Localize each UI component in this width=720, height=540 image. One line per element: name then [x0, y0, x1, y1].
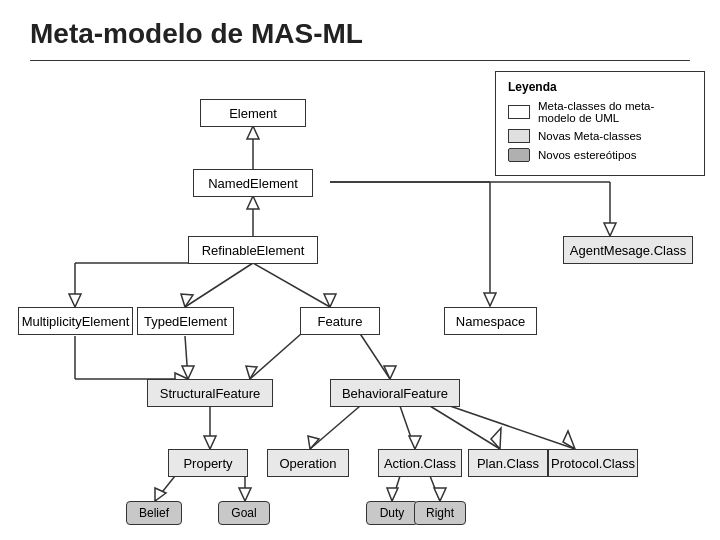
svg-marker-9 [604, 223, 616, 236]
svg-line-40 [450, 406, 575, 449]
svg-line-38 [430, 406, 500, 449]
node-protocol-class: Protocol.Class [548, 449, 638, 477]
node-element: Element [200, 99, 306, 127]
node-multiplicity-element-label: MultiplicityElement [22, 314, 130, 329]
node-refinable-element-label: RefinableElement [202, 243, 305, 258]
node-typed-element-label: TypedElement [144, 314, 227, 329]
svg-line-34 [310, 406, 360, 449]
node-goal: Goal [218, 501, 270, 525]
node-namespace-label: Namespace [456, 314, 525, 329]
node-belief: Belief [126, 501, 182, 525]
svg-marker-3 [247, 196, 259, 209]
node-agent-mesage-class-label: AgentMesage.Class [570, 243, 686, 258]
node-operation: Operation [267, 449, 349, 477]
svg-marker-14 [181, 294, 193, 307]
svg-line-13 [185, 263, 253, 307]
node-structural-feature: StructuralFeature [147, 379, 273, 407]
svg-marker-23 [246, 366, 257, 379]
svg-marker-33 [239, 488, 251, 501]
node-duty: Duty [366, 501, 418, 525]
node-property: Property [168, 449, 248, 477]
svg-marker-45 [434, 488, 446, 501]
node-behavioral-feature: BehavioralFeature [330, 379, 460, 407]
node-named-element: NamedElement [193, 169, 313, 197]
node-agent-mesage-class: AgentMesage.Class [563, 236, 693, 264]
svg-marker-27 [204, 436, 216, 449]
node-belief-label: Belief [139, 506, 169, 520]
diagram-area: Leyenda Meta-classes do meta-modelo de U… [0, 61, 720, 521]
node-action-class: Action.Class [378, 449, 462, 477]
node-named-element-label: NamedElement [208, 176, 298, 191]
node-refinable-element: RefinableElement [188, 236, 318, 264]
svg-marker-43 [387, 488, 398, 501]
node-namespace: Namespace [444, 307, 537, 335]
node-right-label: Right [426, 506, 454, 520]
svg-marker-6 [484, 293, 496, 306]
svg-marker-12 [69, 294, 81, 307]
node-goal-label: Goal [231, 506, 256, 520]
node-right: Right [414, 501, 466, 525]
node-behavioral-feature-label: BehavioralFeature [342, 386, 448, 401]
svg-marker-41 [563, 431, 575, 449]
node-feature: Feature [300, 307, 380, 335]
node-feature-label: Feature [318, 314, 363, 329]
node-protocol-class-label: Protocol.Class [551, 456, 635, 471]
node-plan-class: Plan.Class [468, 449, 548, 477]
svg-marker-1 [247, 126, 259, 139]
node-property-label: Property [183, 456, 232, 471]
svg-line-15 [253, 263, 330, 307]
node-structural-feature-label: StructuralFeature [160, 386, 260, 401]
node-multiplicity-element: MultiplicityElement [18, 307, 133, 335]
node-duty-label: Duty [380, 506, 405, 520]
node-plan-class-label: Plan.Class [477, 456, 539, 471]
node-element-label: Element [229, 106, 277, 121]
node-action-class-label: Action.Class [384, 456, 456, 471]
node-operation-label: Operation [279, 456, 336, 471]
node-typed-element: TypedElement [137, 307, 234, 335]
svg-marker-37 [409, 436, 421, 449]
page-title: Meta-modelo de MAS-ML [0, 0, 720, 60]
